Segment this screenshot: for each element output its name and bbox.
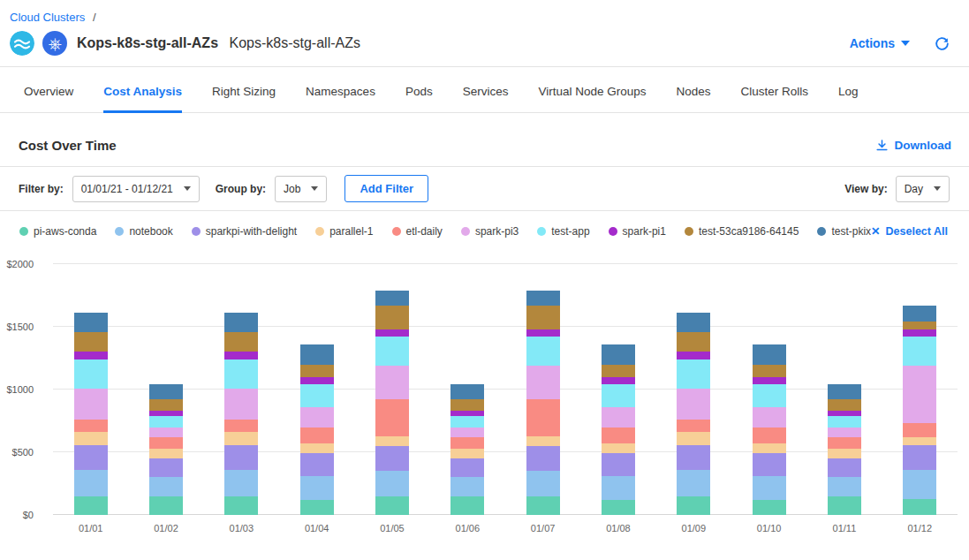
bar-segment-parallel-1[interactable]	[300, 443, 334, 453]
bar-segment-sparkpi-with-delight[interactable]	[224, 445, 258, 470]
bar-segment-sparkpi-with-delight[interactable]	[74, 445, 108, 470]
bar-segment-parallel-1[interactable]	[526, 436, 560, 446]
bar-segment-notebook[interactable]	[300, 476, 334, 500]
legend-item-parallel-1[interactable]: parallel-1	[315, 225, 373, 238]
bar-segment-pi-aws-conda[interactable]	[602, 500, 635, 515]
bar-segment-notebook[interactable]	[526, 471, 560, 496]
bar-segment-notebook[interactable]	[450, 477, 484, 496]
bar-segment-spark-pi1[interactable]	[74, 352, 108, 359]
bar-segment-test-pkix[interactable]	[300, 344, 334, 365]
bar-segment-spark-pi3[interactable]	[602, 407, 635, 428]
legend-item-pi-aws-conda[interactable]: pi-aws-conda	[19, 225, 96, 238]
tab-namespaces[interactable]: Namespaces	[306, 67, 375, 112]
bar-segment-test-app[interactable]	[149, 416, 183, 428]
bar-segment-etl-daily[interactable]	[74, 420, 108, 432]
legend-item-test-pkix[interactable]: test-pkix	[817, 225, 871, 238]
bar-segment-etl-daily[interactable]	[753, 428, 786, 443]
bar-segment-spark-pi3[interactable]	[375, 366, 409, 399]
bar-segment-spark-pi3[interactable]	[300, 407, 334, 428]
bar-segment-spark-pi3[interactable]	[149, 428, 183, 437]
legend-item-test-53ca9186-64145[interactable]: test-53ca9186-64145	[685, 225, 799, 238]
bar-segment-pi-aws-conda[interactable]	[300, 500, 334, 515]
bar-segment-notebook[interactable]	[224, 470, 258, 496]
bar-segment-test-pkix[interactable]	[903, 306, 936, 322]
bar-segment-test-53ca9186-64145[interactable]	[526, 306, 560, 329]
bar-segment-etl-daily[interactable]	[677, 420, 710, 432]
bar-segment-spark-pi3[interactable]	[450, 428, 484, 437]
bar-segment-pi-aws-conda[interactable]	[224, 496, 258, 515]
bar-segment-test-53ca9186-64145[interactable]	[149, 399, 183, 411]
bar-segment-pi-aws-conda[interactable]	[903, 499, 936, 515]
bar-segment-parallel-1[interactable]	[828, 449, 861, 458]
bar-segment-pi-aws-conda[interactable]	[526, 496, 560, 515]
bar-segment-test-pkix[interactable]	[74, 313, 108, 331]
bar-segment-pi-aws-conda[interactable]	[450, 496, 484, 515]
bar-segment-sparkpi-with-delight[interactable]	[753, 453, 786, 476]
bar-segment-etl-daily[interactable]	[375, 399, 409, 435]
bar-segment-etl-daily[interactable]	[526, 399, 560, 435]
bar-segment-test-53ca9186-64145[interactable]	[375, 306, 409, 329]
bar-segment-spark-pi1[interactable]	[903, 329, 936, 337]
bar-segment-pi-aws-conda[interactable]	[375, 496, 409, 515]
bar-segment-notebook[interactable]	[903, 470, 936, 499]
bar-segment-test-pkix[interactable]	[602, 344, 635, 365]
legend-item-notebook[interactable]: notebook	[115, 225, 172, 238]
download-button[interactable]: Download	[875, 139, 952, 152]
add-filter-button[interactable]: Add Filter	[344, 175, 428, 202]
bar-segment-test-53ca9186-64145[interactable]	[602, 365, 635, 377]
bar-segment-test-pkix[interactable]	[224, 313, 258, 331]
bar-segment-spark-pi3[interactable]	[74, 389, 108, 420]
bar-segment-test-pkix[interactable]	[828, 384, 861, 399]
bar-segment-parallel-1[interactable]	[602, 443, 635, 453]
bar-segment-sparkpi-with-delight[interactable]	[602, 453, 635, 476]
bar-segment-parallel-1[interactable]	[224, 432, 258, 444]
tab-services[interactable]: Services	[463, 67, 509, 112]
bar-segment-spark-pi3[interactable]	[903, 366, 936, 423]
bar-segment-spark-pi1[interactable]	[753, 377, 786, 385]
bar-segment-notebook[interactable]	[149, 477, 183, 496]
group-by-select[interactable]: Job	[275, 176, 327, 202]
bar-segment-test-pkix[interactable]	[753, 344, 786, 365]
bar-segment-test-53ca9186-64145[interactable]	[450, 399, 484, 411]
stacked-bar-01-12[interactable]	[903, 264, 936, 515]
bar-segment-parallel-1[interactable]	[677, 432, 710, 444]
bar-segment-test-pkix[interactable]	[375, 291, 409, 306]
bar-segment-test-app[interactable]	[526, 337, 560, 366]
bar-segment-test-53ca9186-64145[interactable]	[753, 365, 786, 377]
bar-segment-notebook[interactable]	[677, 470, 710, 496]
bar-segment-etl-daily[interactable]	[224, 420, 258, 432]
bar-segment-notebook[interactable]	[602, 476, 635, 500]
bar-segment-test-app[interactable]	[300, 384, 334, 407]
stacked-bar-01-08[interactable]	[602, 264, 635, 515]
tab-cluster-rolls[interactable]: Cluster Rolls	[741, 67, 809, 112]
bar-segment-sparkpi-with-delight[interactable]	[903, 445, 936, 470]
bar-segment-test-53ca9186-64145[interactable]	[677, 332, 710, 352]
bar-segment-test-pkix[interactable]	[149, 384, 183, 399]
stacked-bar-01-07[interactable]	[526, 264, 560, 515]
bar-segment-pi-aws-conda[interactable]	[74, 496, 108, 515]
bar-segment-sparkpi-with-delight[interactable]	[450, 458, 484, 477]
bar-segment-parallel-1[interactable]	[149, 449, 183, 458]
bar-segment-spark-pi3[interactable]	[677, 389, 710, 420]
bar-segment-test-app[interactable]	[224, 359, 258, 389]
stacked-bar-01-05[interactable]	[375, 264, 409, 515]
bar-segment-pi-aws-conda[interactable]	[753, 500, 786, 515]
stacked-bar-01-04[interactable]	[300, 264, 334, 515]
view-by-select[interactable]: Day	[896, 176, 950, 202]
bar-segment-test-53ca9186-64145[interactable]	[903, 322, 936, 329]
tab-overview[interactable]: Overview	[24, 67, 73, 112]
bar-segment-etl-daily[interactable]	[300, 428, 334, 443]
bar-segment-test-53ca9186-64145[interactable]	[74, 332, 108, 352]
bar-segment-test-53ca9186-64145[interactable]	[224, 332, 258, 352]
stacked-bar-01-03[interactable]	[224, 264, 258, 515]
tab-cost-analysis[interactable]: Cost Analysis	[103, 67, 182, 112]
tab-nodes[interactable]: Nodes	[677, 67, 711, 112]
stacked-bar-01-02[interactable]	[149, 264, 183, 515]
bar-segment-etl-daily[interactable]	[828, 437, 861, 449]
bar-segment-etl-daily[interactable]	[602, 428, 635, 443]
bar-segment-parallel-1[interactable]	[903, 437, 936, 445]
bar-segment-test-app[interactable]	[450, 416, 484, 428]
bar-segment-sparkpi-with-delight[interactable]	[526, 446, 560, 471]
bar-segment-spark-pi1[interactable]	[300, 377, 334, 385]
bar-segment-parallel-1[interactable]	[753, 443, 786, 453]
